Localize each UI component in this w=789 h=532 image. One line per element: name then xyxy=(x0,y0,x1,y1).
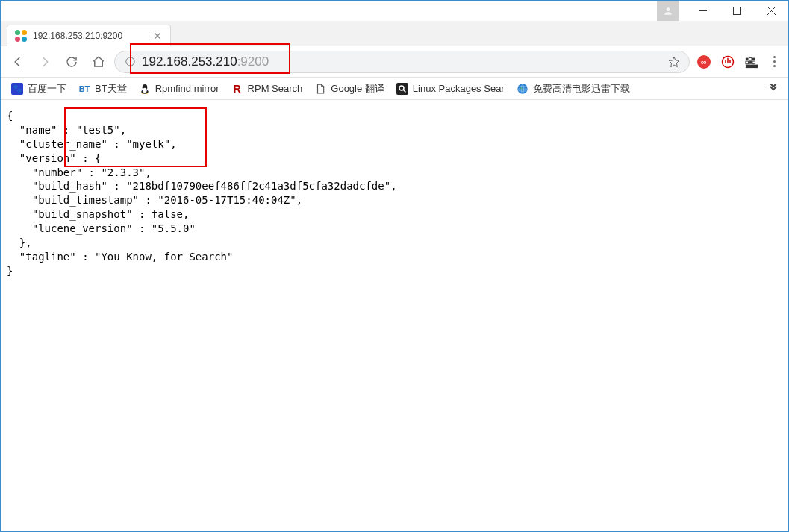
svg-rect-14 xyxy=(752,57,755,60)
r-icon: R xyxy=(231,83,243,95)
bookmarks-overflow-button[interactable] xyxy=(764,82,782,96)
tux-icon xyxy=(139,83,151,95)
bookmark-label: Rpmfind mirror xyxy=(155,83,219,94)
address-bar[interactable]: 192.168.253.210:9200 xyxy=(114,51,690,73)
bookmark-label: 免费高清电影迅雷下载 xyxy=(533,82,630,96)
json-line: "tagline" : "You Know, for Search" xyxy=(7,251,233,263)
bookmark-item[interactable]: Rpmfind mirror xyxy=(134,81,224,96)
paw-icon: 🐾 xyxy=(11,83,23,95)
document-icon xyxy=(314,83,326,95)
bookmark-item[interactable]: Linux Packages Sear xyxy=(392,81,509,96)
bookmark-label: Linux Packages Sear xyxy=(413,83,505,94)
json-line: "number" : "2.3.3", xyxy=(7,166,152,178)
svg-rect-16 xyxy=(749,61,752,64)
json-line: { xyxy=(7,110,13,122)
browser-tab[interactable]: 192.168.253.210:9200 xyxy=(7,25,171,46)
svg-rect-13 xyxy=(749,57,752,60)
home-button[interactable] xyxy=(87,51,110,73)
tab-close-button[interactable] xyxy=(152,31,163,41)
new-tab-button[interactable] xyxy=(194,31,215,46)
svg-rect-17 xyxy=(752,61,755,64)
bookmark-label: 百度一下 xyxy=(28,82,66,96)
bookmark-item[interactable]: R RPM Search xyxy=(227,81,308,96)
tab-title: 192.168.253.210:9200 xyxy=(33,31,146,41)
user-account-button[interactable] xyxy=(657,1,679,21)
svg-marker-9 xyxy=(669,57,679,66)
svg-line-22 xyxy=(403,90,405,92)
svg-rect-1 xyxy=(733,7,740,15)
bookmark-label: RPM Search xyxy=(248,83,303,94)
extension-icon-3[interactable] xyxy=(742,52,761,72)
url-port: :9200 xyxy=(237,54,269,69)
bt-icon: BT xyxy=(78,83,90,95)
chrome-menu-button[interactable] xyxy=(766,56,782,67)
svg-rect-15 xyxy=(746,61,749,64)
svg-point-21 xyxy=(399,86,404,90)
bookmark-star-icon[interactable] xyxy=(668,56,680,68)
magnifier-icon xyxy=(396,83,408,95)
page-content: { "name" : "test5", "cluster_name" : "my… xyxy=(1,100,788,287)
url-text: 192.168.253.210:9200 xyxy=(142,54,662,69)
svg-rect-11 xyxy=(746,64,758,68)
json-line: "cluster_name" : "myelk", xyxy=(7,138,177,150)
window-titlebar xyxy=(1,1,788,21)
site-info-icon[interactable] xyxy=(124,56,136,68)
json-line: }, xyxy=(7,237,32,248)
window-maximize-button[interactable] xyxy=(720,1,754,21)
window-minimize-button[interactable] xyxy=(685,1,720,21)
bookmark-label: BT天堂 xyxy=(95,82,127,96)
extension-icon-1[interactable]: ∞ xyxy=(694,52,714,72)
json-line: } xyxy=(7,265,13,277)
extension-icon-2[interactable] xyxy=(718,52,737,72)
bookmarks-bar: 🐾 百度一下 BT BT天堂 Rpmfind mirror R RPM Sear… xyxy=(1,78,788,100)
svg-point-20 xyxy=(143,87,146,93)
elasticsearch-favicon-icon xyxy=(15,30,27,42)
bookmark-label: Google 翻译 xyxy=(331,82,384,96)
tab-edge-decoration xyxy=(171,24,190,46)
json-line: "name" : "test5", xyxy=(7,124,126,136)
json-line: "build_hash" : "218bdf10790eef486ff2c41a… xyxy=(7,180,397,192)
globe-icon xyxy=(517,83,528,95)
titlebar-spacer xyxy=(1,1,657,21)
forward-button[interactable] xyxy=(34,51,56,73)
json-line: "build_snapshot" : false, xyxy=(7,208,189,220)
json-line: "build_timestamp" : "2016-05-17T15:40:04… xyxy=(7,194,302,206)
window-controls xyxy=(657,1,788,21)
svg-rect-12 xyxy=(746,57,749,60)
tab-strip: 192.168.253.210:9200 xyxy=(1,21,788,46)
bookmark-item[interactable]: 🐾 百度一下 xyxy=(7,81,71,97)
bookmark-item[interactable]: BT BT天堂 xyxy=(74,81,131,97)
bookmark-item[interactable]: Google 翻译 xyxy=(310,81,389,97)
reload-button[interactable] xyxy=(60,51,83,73)
json-line: "version" : { xyxy=(7,152,101,164)
toolbar: 192.168.253.210:9200 ∞ xyxy=(1,46,788,78)
bookmark-item[interactable]: 免费高清电影迅雷下载 xyxy=(512,81,634,97)
window-close-button[interactable] xyxy=(754,1,788,21)
back-button[interactable] xyxy=(7,51,29,73)
json-line: "lucene_version" : "5.5.0" xyxy=(7,222,196,234)
url-host: 192.168.253.210 xyxy=(142,54,237,69)
